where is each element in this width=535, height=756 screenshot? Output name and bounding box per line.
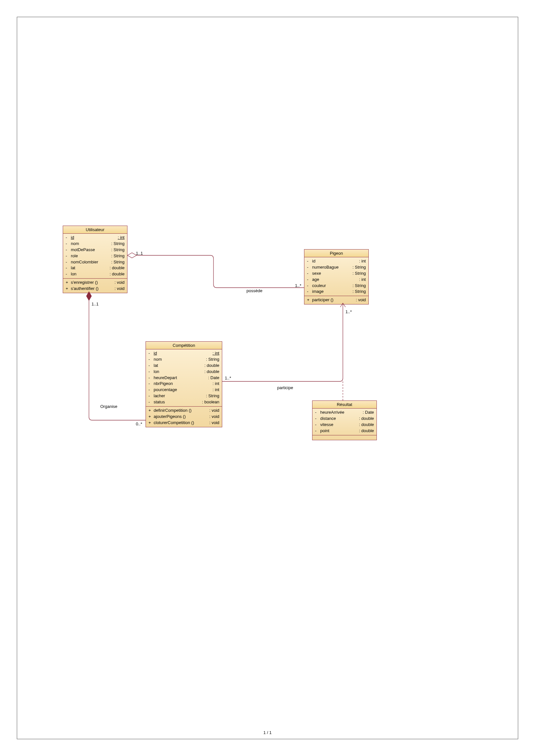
visibility: -: [307, 289, 312, 294]
multiplicity: 0..*: [136, 421, 142, 426]
member-type: : int: [359, 277, 366, 283]
member-row: -age: int: [304, 277, 368, 283]
visibility: -: [66, 265, 71, 271]
class-resultat: Résultat -heureArrivée: Date-distance: d…: [312, 400, 377, 440]
member-type: : int: [212, 351, 219, 356]
visibility: -: [315, 416, 320, 421]
member-row: -image: String: [304, 289, 368, 295]
visibility: -: [149, 363, 154, 368]
attr-section: -id: int-numeroBague: String-sexe: Strin…: [304, 257, 368, 296]
member-row: -nom: String: [146, 357, 222, 363]
member-name: participer (): [312, 297, 356, 303]
visibility: -: [307, 271, 312, 276]
visibility: -: [149, 399, 154, 405]
visibility: -: [149, 357, 154, 362]
member-type: : void: [209, 414, 219, 419]
visibility: +: [149, 414, 154, 419]
member-type: : void: [115, 280, 125, 285]
visibility: -: [66, 235, 71, 240]
member-name: point: [320, 428, 359, 434]
member-name: sexe: [312, 271, 352, 276]
member-name: lat: [154, 363, 205, 368]
class-title: Compétition: [146, 342, 222, 349]
visibility: +: [66, 280, 71, 285]
visibility: -: [66, 254, 71, 259]
member-name: heureArrivée: [320, 410, 363, 415]
ops-section: +definirCompetition (): void+ajouterPige…: [146, 407, 222, 427]
visibility: -: [149, 375, 154, 381]
multiplicity: 1..1: [92, 302, 99, 307]
visibility: -: [149, 351, 154, 356]
member-type: : int: [212, 387, 219, 393]
member-name: nom: [154, 357, 206, 362]
visibility: -: [307, 277, 312, 283]
member-name: ajouterPigeons (): [154, 414, 209, 419]
member-type: : double: [110, 272, 125, 277]
member-type: : double: [205, 363, 219, 368]
member-row: -lacher: String: [146, 393, 222, 399]
member-row: -pourcentage: int: [146, 387, 222, 393]
member-row: -id: int: [146, 350, 222, 357]
member-name: s'authentifier (): [71, 286, 115, 291]
member-type: : String: [111, 259, 125, 265]
member-name: lat: [71, 265, 110, 271]
member-type: : double: [359, 428, 374, 434]
visibility: -: [149, 369, 154, 375]
member-row: -numeroBague: String: [304, 264, 368, 271]
member-row: +participer (): void: [304, 297, 368, 303]
member-row: -status: boolean: [146, 399, 222, 405]
rel-label: participe: [277, 385, 293, 390]
member-type: : int: [359, 258, 366, 264]
member-row: +definirCompetition (): void: [146, 408, 222, 414]
class-title: Résultat: [312, 401, 377, 409]
rel-label: possède: [246, 288, 262, 293]
member-row: -lat: double: [63, 265, 127, 271]
visibility: -: [66, 241, 71, 247]
ops-section: [312, 435, 377, 440]
member-row: -lon: double: [63, 271, 127, 277]
member-name: lon: [154, 369, 205, 375]
class-pigeon: Pigeon -id: int-numeroBague: String-sexe…: [304, 249, 369, 305]
member-name: age: [312, 277, 359, 283]
member-type: : boolean: [202, 399, 220, 405]
member-row: +s'authentifier (): void: [63, 286, 127, 292]
member-name: nbrPigeon: [154, 381, 212, 387]
member-row: -heureArrivée: Date: [312, 410, 377, 416]
page-frame: [17, 17, 518, 739]
multiplicity: 1..*: [225, 376, 231, 380]
multiplicity: 1..*: [346, 309, 352, 314]
member-name: status: [154, 399, 202, 405]
rel-label: Organise: [100, 404, 117, 409]
class-utilisateur: Utilisateur -id: int-nom: String-motDePa…: [63, 226, 127, 293]
member-type: : Date: [363, 410, 374, 415]
member-name: s'enregistrer (): [71, 280, 115, 285]
member-row: -lon: double: [146, 369, 222, 375]
member-type: : double: [205, 369, 219, 375]
visibility: -: [66, 247, 71, 253]
member-name: numeroBague: [312, 265, 352, 270]
member-type: : void: [209, 420, 219, 426]
class-competition: Compétition -id: int-nom: String-lat: do…: [146, 341, 222, 427]
class-title: Utilisateur: [63, 226, 127, 234]
visibility: -: [66, 259, 71, 265]
member-name: motDePasse: [71, 247, 111, 253]
member-row: -nbrPigeon: int: [146, 381, 222, 387]
visibility: -: [315, 422, 320, 428]
member-name: role: [71, 254, 111, 259]
attr-section: -heureArrivée: Date-distance: double-vit…: [312, 409, 377, 435]
member-row: -point: double: [312, 428, 377, 434]
page-number: 1 / 1: [0, 730, 535, 735]
member-type: : String: [352, 289, 366, 294]
member-type: : String: [206, 357, 219, 362]
member-name: nomColombier: [71, 259, 111, 265]
visibility: +: [149, 420, 154, 426]
member-name: pourcentage: [154, 387, 212, 393]
member-name: image: [312, 289, 352, 294]
member-name: cloturerCompetition (): [154, 420, 209, 426]
member-name: id: [312, 258, 359, 264]
visibility: -: [66, 272, 71, 277]
member-name: lon: [71, 272, 110, 277]
ops-section: +s'enregistrer (): void+s'authentifier (…: [63, 279, 127, 293]
member-name: lacher: [154, 393, 206, 399]
member-row: -role: String: [63, 253, 127, 259]
